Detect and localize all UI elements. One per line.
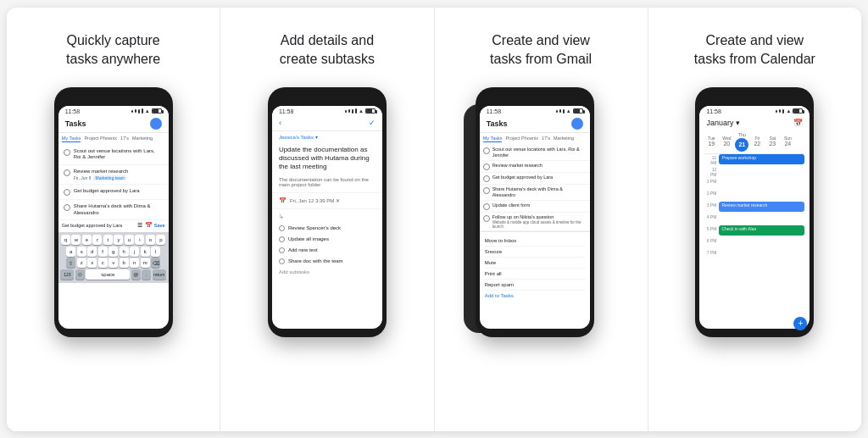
add-event-button[interactable]: + xyxy=(793,317,807,330)
phone2: 11:58 ▲ ‹ ✓ Jessica's Tasks ▾ Update t xyxy=(268,87,387,337)
phone1-time: 11:58 xyxy=(65,108,81,114)
cal-hour-5pm: 5 PM Check in with Alan xyxy=(704,225,804,237)
battery-icon xyxy=(152,108,162,114)
key-y[interactable]: y xyxy=(114,235,123,245)
drawer-mute[interactable]: Mute xyxy=(485,258,585,269)
calendar-icon[interactable]: 📅 xyxy=(793,119,803,127)
check-button[interactable]: ✓ xyxy=(369,119,376,127)
key-k[interactable]: k xyxy=(141,247,150,257)
key-r[interactable]: r xyxy=(92,235,102,245)
phone3: 11:58 ▲ Tasks My Ta xyxy=(476,87,594,337)
phone1-tabs: My Tasks Project Phoenix 17's Marketing xyxy=(58,133,169,145)
key-dot[interactable]: . xyxy=(142,269,151,280)
key-j[interactable]: j xyxy=(130,247,139,257)
cal-date-21[interactable]: 21 xyxy=(735,138,748,152)
task-checkbox[interactable] xyxy=(483,164,490,170)
key-e[interactable]: e xyxy=(82,235,92,245)
key-at[interactable]: @ xyxy=(131,269,141,280)
phone1-avatar xyxy=(150,118,162,130)
drawer-snooze[interactable]: Snooze xyxy=(485,247,585,258)
drawer-move[interactable]: Move to Inbox xyxy=(485,236,585,247)
task-checkbox[interactable] xyxy=(483,147,490,154)
key-emoji[interactable]: ☺ xyxy=(75,269,85,280)
drawer-add-tasks[interactable]: Add to Tasks xyxy=(485,291,585,301)
subtask-checkbox[interactable] xyxy=(279,236,285,242)
task-checkbox[interactable] xyxy=(64,204,70,211)
phone3-screen: 11:58 ▲ Tasks My Ta xyxy=(480,106,590,329)
key-u[interactable]: u xyxy=(125,235,134,245)
list-icon[interactable]: ☰ xyxy=(137,222,142,229)
detail-date-row: 📅 Fri, Jan 12 3:39 PM ✕ xyxy=(272,195,382,207)
signal-icon xyxy=(348,109,350,113)
task-checkbox[interactable] xyxy=(64,189,70,196)
cal-date-thu-today[interactable]: Thu 21 xyxy=(735,132,748,152)
key-space[interactable]: space xyxy=(86,269,130,280)
cal-event-review[interactable]: Review market research xyxy=(719,202,804,212)
cal-date-sun[interactable]: Sun24 xyxy=(781,132,794,151)
drawer-spam[interactable]: Report spam xyxy=(485,280,585,291)
tab3-mytasks[interactable]: My Tasks xyxy=(483,136,503,142)
cal-event-checkin[interactable]: Check in with Alan xyxy=(719,225,804,236)
phone3-tabs: My Tasks Project Phoenix 17's Marketing xyxy=(480,133,590,145)
tab3-project[interactable]: Project Phoenix xyxy=(505,136,538,142)
tab-marketing[interactable]: Marketing xyxy=(132,136,153,142)
task-checkbox[interactable] xyxy=(64,169,70,176)
key-h[interactable]: h xyxy=(120,247,129,257)
key-l[interactable]: l xyxy=(151,247,160,257)
key-m[interactable]: m xyxy=(141,258,150,268)
hour-label: 2 PM xyxy=(704,191,716,196)
tab-mytasks[interactable]: My Tasks xyxy=(62,136,81,142)
key-a[interactable]: a xyxy=(66,247,75,257)
battery-icon xyxy=(573,108,583,114)
key-v[interactable]: v xyxy=(108,258,118,268)
tab3-marketing[interactable]: Marketing xyxy=(554,136,574,142)
gmail-task-item: Update client form xyxy=(480,201,590,213)
key-b[interactable]: b xyxy=(120,258,129,268)
key-n[interactable]: n xyxy=(130,258,139,268)
key-s[interactable]: s xyxy=(77,247,86,257)
phone1-status-bar: 11:58 ▲ xyxy=(58,106,169,115)
key-t[interactable]: t xyxy=(103,235,113,245)
subtask-checkbox[interactable] xyxy=(279,247,285,253)
task-checkbox[interactable] xyxy=(483,215,490,222)
cal-hour-4pm: 4 PM xyxy=(704,213,804,225)
key-d[interactable]: d xyxy=(87,247,97,257)
key-delete[interactable]: ⌫ xyxy=(151,258,160,268)
key-shift[interactable]: ⇧ xyxy=(66,258,75,268)
tab-17s[interactable]: 17's xyxy=(120,136,129,142)
tab-project[interactable]: Project Phoenix xyxy=(84,136,117,142)
task-checkbox[interactable] xyxy=(483,187,490,194)
key-i[interactable]: i xyxy=(135,235,144,245)
key-o[interactable]: o xyxy=(146,235,155,245)
key-w[interactable]: w xyxy=(71,235,81,245)
tab3-17s[interactable]: 17's xyxy=(542,136,550,142)
key-q[interactable]: q xyxy=(61,235,70,245)
key-f[interactable]: f xyxy=(98,247,108,257)
task-checkbox[interactable] xyxy=(483,203,490,210)
drawer-print[interactable]: Print all xyxy=(485,269,585,280)
key-c[interactable]: c xyxy=(98,258,108,268)
subtask-checkbox[interactable] xyxy=(279,225,285,231)
add-subtasks-button[interactable]: Add subtasks xyxy=(272,267,382,277)
breadcrumb: Jessica's Tasks ▾ xyxy=(272,131,382,142)
task-checkbox[interactable] xyxy=(483,175,490,182)
key-x[interactable]: x xyxy=(87,258,97,268)
key-p[interactable]: p xyxy=(156,235,165,245)
key-z[interactable]: z xyxy=(77,258,86,268)
subtask-checkbox[interactable] xyxy=(279,258,285,264)
key-123[interactable]: 123 xyxy=(60,269,74,280)
cal-event-prepare[interactable]: Prepare workshop xyxy=(719,154,804,164)
cal-date-tue[interactable]: Tue19 xyxy=(704,132,718,151)
cal-date-sat[interactable]: Sat23 xyxy=(765,132,779,151)
task-checkbox[interactable] xyxy=(64,149,70,156)
app-container: Quickly capturetasks anywhere 11:58 ▲ xyxy=(7,8,861,431)
cal-date-fri[interactable]: Fri22 xyxy=(750,132,764,151)
key-g[interactable]: g xyxy=(108,247,118,257)
cal-date-wed[interactable]: Wed20 xyxy=(720,132,733,151)
task-text: Share Hutama's deck with Dima & Alessand… xyxy=(74,203,164,217)
calendar-icon[interactable]: 📅 xyxy=(145,222,153,229)
back-button[interactable]: ‹ xyxy=(279,119,281,127)
phone2-notch xyxy=(310,96,344,103)
save-button[interactable]: Save xyxy=(154,223,165,228)
key-return[interactable]: return xyxy=(153,269,166,280)
